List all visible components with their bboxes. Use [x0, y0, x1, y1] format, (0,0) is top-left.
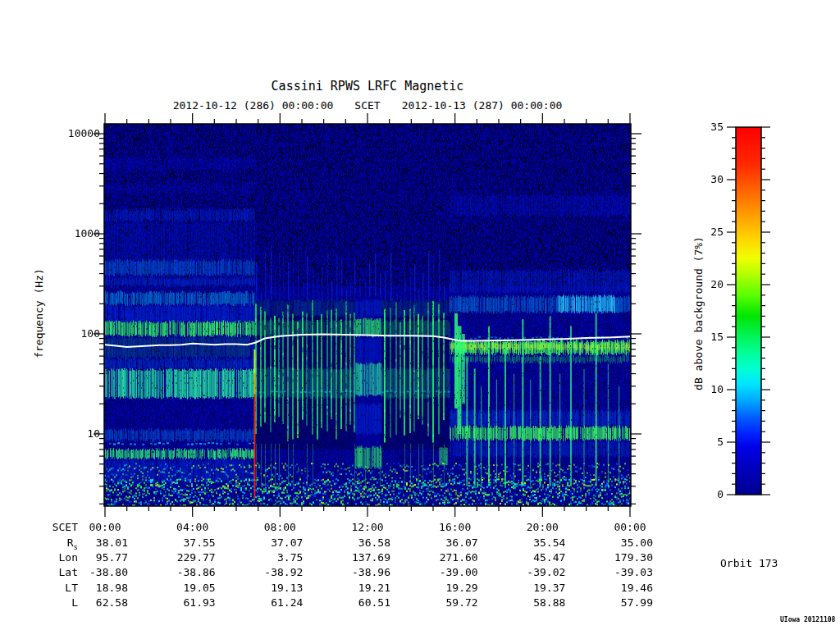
x-tick-label: 20:00: [509, 521, 575, 533]
ephemeris-value: 95.77: [54, 551, 128, 564]
ephemeris-value: 179.30: [579, 551, 653, 564]
ephemeris-value: 18.98: [54, 582, 128, 594]
ephemeris-value: -38.80: [54, 566, 128, 578]
ephemeris-value: 61.24: [229, 596, 303, 609]
ephemeris-value: 45.47: [491, 551, 565, 564]
subtitle-end-date: 2012-10-13 (287) 00:00:00: [402, 99, 563, 112]
ephemeris-value: 3.75: [229, 551, 303, 564]
colorbar-tick-label: 35: [697, 121, 724, 133]
y-tick-label: 100: [47, 327, 100, 340]
ephemeris-value: 19.37: [491, 582, 565, 594]
ephemeris-value: 19.29: [404, 582, 478, 594]
ephemeris-value: 60.51: [317, 596, 390, 609]
ephemeris-value: 229.77: [142, 551, 216, 564]
ephemeris-value: -38.96: [317, 566, 390, 578]
ephemeris-value: 37.07: [229, 536, 303, 549]
ephemeris-value: 35.54: [491, 536, 565, 549]
x-tick-label: 00:00: [72, 521, 138, 533]
ephemeris-value: 37.55: [142, 536, 216, 549]
colorbar-label: dB above background (7%): [692, 236, 705, 390]
ephemeris-value: 58.88: [491, 596, 565, 609]
orbit-annotation: Orbit 173: [720, 557, 778, 569]
ephemeris-value: 19.05: [142, 582, 216, 594]
colorbar-tick-label: 20: [697, 278, 724, 290]
ephemeris-value: 61.93: [142, 596, 216, 609]
scet-axis-label: SCET: [354, 99, 380, 112]
ephemeris-value: 35.00: [579, 536, 653, 549]
ephemeris-value: -39.02: [491, 566, 565, 578]
colorbar-tick-label: 15: [697, 331, 724, 343]
ephemeris-value: 59.72: [404, 596, 478, 609]
y-tick-label: 10000: [47, 127, 100, 139]
x-tick-label: 12:00: [335, 521, 400, 533]
x-tick-label: 00:00: [597, 521, 663, 533]
row-label-scet: SCET: [16, 521, 78, 533]
ephemeris-value: 19.21: [317, 582, 390, 594]
x-tick-label: 16:00: [422, 521, 488, 533]
x-tick-label: 08:00: [247, 521, 313, 533]
colorbar-tick-label: 0: [697, 488, 724, 500]
y-tick-label: 1000: [47, 227, 100, 240]
colorbar-gradient: [736, 127, 761, 495]
ephemeris-value: 57.99: [579, 596, 653, 609]
ephemeris-value: 36.58: [317, 536, 390, 549]
y-axis-label: frequency (Hz): [33, 268, 45, 358]
credit-stamp: UIowa 20121108: [780, 616, 835, 623]
ephemeris-value: -39.03: [579, 566, 653, 578]
page: { "page": {"background": "#ffffff", "sta…: [0, 0, 840, 630]
ephemeris-value: 19.46: [579, 582, 653, 594]
y-tick-label: 10: [47, 427, 100, 440]
ephemeris-value: 19.13: [229, 582, 303, 594]
colorbar-tick-label: 30: [697, 173, 724, 185]
colorbar-tick-label: 5: [697, 436, 724, 448]
subtitle: 2012-10-12 (286) 00:00:00SCET2012-10-13 …: [104, 99, 631, 112]
ephemeris-value: 62.58: [54, 596, 128, 609]
ephemeris-value: 271.60: [404, 551, 478, 564]
ephemeris-value: -39.00: [404, 566, 478, 578]
spectrogram-heatmap: [104, 124, 631, 506]
ephemeris-value: -38.92: [229, 566, 303, 578]
ephemeris-value: -38.86: [142, 566, 216, 578]
page-title: Cassini RPWS LRFC Magnetic: [104, 79, 631, 94]
ephemeris-value: 36.07: [404, 536, 478, 549]
ephemeris-value: 38.01: [54, 536, 128, 549]
colorbar-tick-label: 25: [697, 226, 724, 238]
ephemeris-value: 137.69: [317, 551, 390, 564]
x-tick-label: 04:00: [160, 521, 226, 533]
colorbar-tick-label: 10: [697, 383, 724, 395]
subtitle-start-date: 2012-10-12 (286) 00:00:00: [173, 99, 334, 112]
